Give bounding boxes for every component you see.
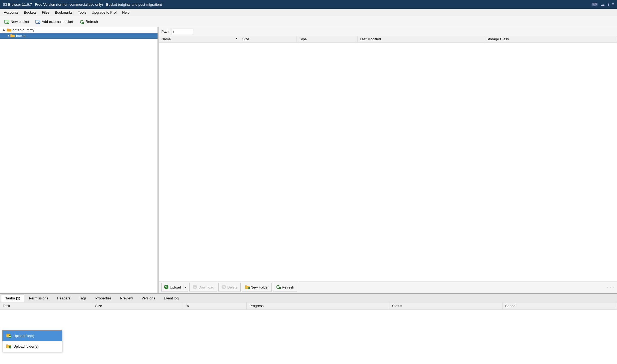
- menu-buckets[interactable]: Buckets: [21, 10, 39, 15]
- add-external-icon: [35, 19, 41, 25]
- menu-icon[interactable]: ≡: [612, 2, 614, 7]
- folder-icon-ontap: [7, 28, 11, 32]
- menu-bar: Accounts Buckets Files Bookmarks Tools U…: [0, 9, 617, 16]
- cloud-icon[interactable]: ☁: [600, 2, 605, 7]
- new-bucket-button[interactable]: New bucket: [2, 18, 32, 26]
- tab-properties[interactable]: Properties: [91, 295, 116, 302]
- file-refresh-icon: [276, 284, 281, 290]
- expand-icon-bucket: ▾: [8, 34, 9, 37]
- file-table-container: Name ▲ Size Type Last Modified Storage C…: [159, 36, 617, 281]
- folder-icon-bucket: [10, 34, 15, 38]
- upload-label: Upload: [170, 285, 181, 289]
- path-bar: Path:: [159, 27, 617, 36]
- title-text: S3 Browser 11.6.7 - Free Version (for no…: [3, 2, 162, 7]
- tab-tasks[interactable]: Tasks (1): [1, 295, 24, 302]
- right-panel: Path: Name ▲ Size Type Last Modified Sto…: [159, 27, 617, 293]
- file-table: Name ▲ Size Type Last Modified Storage C…: [159, 36, 617, 43]
- menu-tools[interactable]: Tools: [75, 10, 89, 15]
- tab-permissions[interactable]: Permissions: [25, 295, 52, 302]
- delete-label: Delete: [227, 285, 238, 289]
- new-folder-icon: [245, 284, 250, 290]
- task-table: Task Size % Progress Status Speed: [0, 302, 617, 364]
- add-external-label: Add external bucket: [42, 20, 73, 24]
- refresh-label: Refresh: [86, 20, 98, 24]
- tab-tags[interactable]: Tags: [75, 295, 90, 302]
- toolbar: New bucket Add external bucket Refresh: [0, 16, 617, 27]
- download-label: Download: [198, 285, 214, 289]
- tab-preview[interactable]: Preview: [116, 295, 137, 302]
- tab-headers[interactable]: Headers: [53, 295, 74, 302]
- path-input[interactable]: [171, 29, 193, 34]
- menu-upgrade[interactable]: Upgrade to Pro!: [89, 10, 120, 15]
- col-name[interactable]: Name ▲: [159, 36, 240, 43]
- refresh-button[interactable]: Refresh: [77, 18, 101, 26]
- col-storage-class[interactable]: Storage Class: [484, 36, 617, 43]
- title-bar-icons: ⌨ ☁ ℹ ≡: [591, 2, 614, 7]
- col-last-modified[interactable]: Last Modified: [358, 36, 484, 43]
- menu-bookmarks[interactable]: Bookmarks: [52, 10, 75, 15]
- tree-item-bucket[interactable]: ▾ bucket: [0, 33, 158, 39]
- download-icon: [192, 284, 197, 290]
- bottom-area: Tasks (1) Permissions Headers Tags Prope…: [0, 293, 617, 364]
- menu-accounts[interactable]: Accounts: [1, 10, 21, 15]
- bottom-tabs: Tasks (1) Permissions Headers Tags Prope…: [0, 294, 617, 302]
- tree-label-ontap-dummy: ontap-dummy: [13, 28, 34, 32]
- upload-icon: [164, 284, 169, 290]
- menu-help[interactable]: Help: [119, 10, 132, 15]
- task-col-size: Size: [92, 302, 183, 310]
- expand-icon: ▶: [3, 29, 5, 32]
- upload-dropdown: Upload ▾: [161, 283, 188, 292]
- task-col-speed: Speed: [502, 302, 617, 310]
- tab-event-log[interactable]: Event log: [160, 295, 183, 302]
- title-bar: S3 Browser 11.6.7 - Free Version (for no…: [0, 0, 617, 9]
- file-toolbar: Upload ▾ Download: [159, 281, 617, 293]
- file-refresh-label: Refresh: [282, 285, 294, 289]
- task-col-progress: Progress: [246, 302, 389, 310]
- delete-icon: [221, 284, 226, 290]
- file-refresh-button[interactable]: Refresh: [273, 283, 297, 292]
- delete-button[interactable]: Delete: [218, 283, 241, 292]
- main-area: ▶ ontap-dummy ▾ bucket Path:: [0, 27, 617, 293]
- upload-main-button[interactable]: Upload: [162, 283, 183, 292]
- col-type[interactable]: Type: [297, 36, 358, 43]
- new-folder-button[interactable]: New Folder: [242, 283, 272, 292]
- refresh-icon: [79, 19, 84, 25]
- task-data-table: Task Size % Progress Status Speed: [0, 302, 617, 310]
- new-bucket-icon: [4, 19, 10, 25]
- path-label: Path:: [161, 29, 170, 34]
- keyboard-icon[interactable]: ⌨: [591, 2, 598, 7]
- task-col-status: Status: [389, 302, 502, 310]
- menu-files[interactable]: Files: [39, 10, 52, 15]
- tree-item-ontap-dummy[interactable]: ▶ ontap-dummy: [0, 27, 158, 33]
- download-button[interactable]: Download: [189, 283, 217, 292]
- new-folder-label: New Folder: [251, 285, 269, 289]
- task-col-pct: %: [183, 302, 247, 310]
- tree-panel: ▶ ontap-dummy ▾ bucket: [0, 27, 158, 293]
- tab-versions[interactable]: Versions: [137, 295, 159, 302]
- upload-dropdown-arrow[interactable]: ▾: [183, 284, 188, 290]
- new-bucket-label: New bucket: [11, 20, 29, 24]
- add-external-bucket-button[interactable]: Add external bucket: [33, 18, 75, 26]
- col-size[interactable]: Size: [240, 36, 297, 43]
- info-icon[interactable]: ℹ: [607, 2, 609, 7]
- tree-label-bucket: bucket: [16, 34, 26, 38]
- task-col-task: Task: [0, 302, 92, 310]
- dots-indicator: · · ·: [607, 285, 615, 289]
